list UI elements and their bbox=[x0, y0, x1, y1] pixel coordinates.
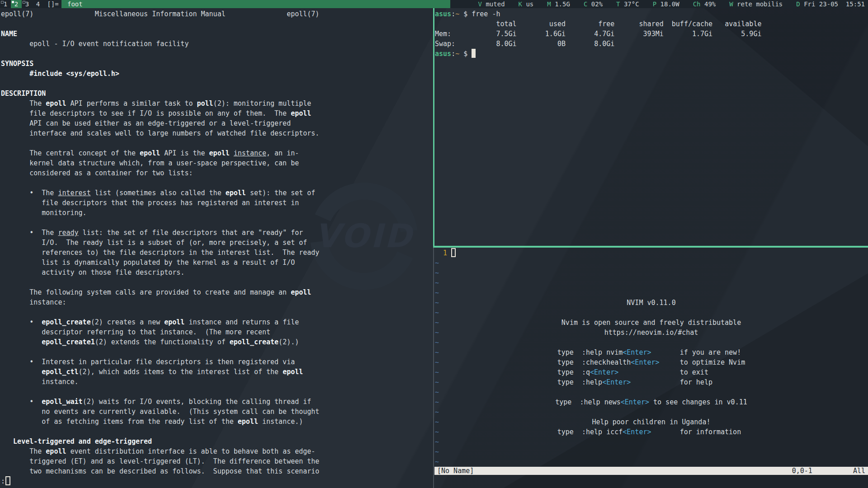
man-line: list is dynamically populated by the ker… bbox=[1, 258, 433, 267]
man-line bbox=[1, 138, 433, 148]
window-title-text: foot bbox=[67, 0, 83, 8]
text-segment: instance and returns a file bbox=[184, 318, 299, 326]
man-line bbox=[1, 178, 433, 188]
text-segment: type :help iccf bbox=[557, 428, 623, 436]
text-segment: epoll_create1 bbox=[42, 338, 94, 346]
tag-client-indicator bbox=[23, 1, 25, 4]
nvim-empty-line: ~ bbox=[435, 328, 439, 338]
status-value: 18.0W bbox=[656, 0, 679, 8]
status-value: us bbox=[522, 0, 533, 8]
nvim-intro-line: type :help iccf<Enter> for information bbox=[557, 427, 745, 437]
text-segment: : bbox=[451, 10, 455, 18]
man-content: epoll(7) Miscellaneous Information Manua… bbox=[1, 9, 433, 476]
text-segment: • Interest in particular file descriptor… bbox=[1, 358, 295, 366]
text-segment: Help poor children in Uganda! bbox=[592, 418, 711, 426]
shell-prompt-line: asus:~ $ free -h bbox=[435, 9, 867, 19]
status-key: W bbox=[729, 0, 733, 8]
status-key: D bbox=[796, 0, 800, 8]
text-segment: two mechanisms can be described as follo… bbox=[1, 467, 319, 475]
text-segment: <Enter> bbox=[623, 348, 651, 357]
text-segment: epoll bbox=[238, 418, 258, 426]
text-segment: The following system calls are provided … bbox=[1, 288, 291, 296]
status-key: P bbox=[653, 0, 656, 8]
nvim-empty-line: ~ bbox=[435, 457, 439, 467]
workspace-tag-2[interactable]: 2 bbox=[11, 0, 22, 8]
text-segment: Level-triggered and edge-triggered bbox=[13, 437, 152, 446]
nvim-intro-line: NVIM v0.11.0 bbox=[627, 298, 675, 308]
nvim-tilde: ~ bbox=[435, 368, 439, 376]
text-segment: file descriptors that the process has re… bbox=[1, 199, 299, 207]
pager-prompt-line[interactable]: : bbox=[1, 476, 10, 486]
nvim-empty-line: ~ bbox=[435, 338, 439, 347]
status-item-v: V muted bbox=[478, 0, 505, 8]
text-segment: API performs a similar task to bbox=[66, 99, 197, 108]
text-segment: epoll bbox=[209, 149, 230, 157]
text-segment: kernel data structure which, from a user… bbox=[1, 159, 299, 167]
text-segment: • The bbox=[1, 189, 58, 197]
man-line: epoll_create1(2) extends the functionali… bbox=[1, 337, 433, 347]
text-segment: <Enter> bbox=[621, 398, 649, 406]
text-segment: type :help news bbox=[555, 398, 621, 406]
man-line: instance: bbox=[1, 297, 433, 307]
text-segment: activity on those file descriptors. bbox=[1, 268, 184, 277]
text-segment: • bbox=[1, 398, 42, 406]
text-segment: asus bbox=[435, 10, 451, 18]
status-value: muted bbox=[482, 0, 505, 8]
status-item-p: P 18.0W bbox=[653, 0, 679, 8]
vertical-split-border[interactable] bbox=[433, 8, 434, 246]
nvim-filename: [No Name] bbox=[437, 467, 474, 475]
nvim-tilde: ~ bbox=[435, 438, 439, 446]
man-line: • The ready list: the set of file descri… bbox=[1, 228, 433, 238]
text-segment: • bbox=[1, 318, 42, 326]
text-segment: instance. bbox=[1, 378, 79, 386]
free-data-row: Mem: 7.5Gi 1.6Gi 4.7Gi 393Mi 1.7Gi 5.9Gi bbox=[435, 29, 867, 39]
text-segment: , an in- bbox=[266, 149, 299, 157]
man-line: triggered (ET) and as level-triggered (L… bbox=[1, 456, 433, 466]
status-item-m: M 1.5G bbox=[547, 0, 570, 8]
text-segment: epoll bbox=[226, 189, 246, 197]
text-segment: total used free shared buff/cache availa… bbox=[435, 20, 761, 28]
status-modules: V mutedK usM 1.5GC 02%T 37°CP 18.0WCh 49… bbox=[452, 0, 868, 8]
tag-label: 1 bbox=[4, 0, 7, 8]
text-segment: list (sometimes also called the bbox=[91, 189, 226, 197]
free-data-row: Swap: 8.0Gi 0B 8.0Gi bbox=[435, 39, 867, 49]
text-segment: : bbox=[451, 50, 455, 58]
text-segment: epoll_wait bbox=[42, 398, 82, 406]
workspace-tag-4[interactable]: 4 bbox=[33, 0, 43, 8]
text-segment: of as fetching items from the ready list… bbox=[1, 418, 238, 426]
text-segment: epoll_create bbox=[230, 338, 278, 346]
man-line: The epoll event distribution interface i… bbox=[1, 446, 433, 456]
man-page-pane[interactable]: epoll(7) Miscellaneous Information Manua… bbox=[1, 9, 433, 476]
text-segment: epoll bbox=[283, 368, 303, 376]
terminal-content: asus:~ $ free -h total used free shared … bbox=[435, 9, 867, 59]
text-segment: interface and scales well to large numbe… bbox=[1, 129, 319, 137]
text-segment: monitoring. bbox=[1, 209, 87, 217]
status-value: Fri 23-05 15:51 bbox=[800, 0, 865, 8]
tag-client-indicator bbox=[12, 1, 14, 3]
text-segment: I/O. The ready list is a subset of (or, … bbox=[1, 239, 307, 247]
nvim-empty-line: ~ bbox=[435, 407, 439, 417]
workspace-tag-3[interactable]: 3 bbox=[22, 0, 33, 8]
nvim-cursor bbox=[451, 248, 456, 257]
man-line: The following system calls are provided … bbox=[1, 287, 433, 297]
nvim-tilde: ~ bbox=[435, 448, 439, 456]
vertical-split-border-inactive[interactable] bbox=[433, 248, 434, 488]
text-segment bbox=[1, 368, 42, 376]
text-segment: <Enter> bbox=[623, 428, 651, 436]
nvim-tilde: ~ bbox=[435, 378, 439, 386]
nvim-tilde: ~ bbox=[435, 259, 439, 267]
layout-indicator[interactable]: []= bbox=[45, 0, 61, 8]
man-line: interface and scales well to large numbe… bbox=[1, 128, 433, 138]
workspace-tag-1[interactable]: 1 bbox=[0, 0, 11, 8]
terminal-pane[interactable]: asus:~ $ free -h total used free shared … bbox=[435, 9, 867, 59]
text-segment: considered as a container for two lists: bbox=[1, 169, 193, 177]
text-segment: if you are new! bbox=[651, 348, 745, 357]
nvim-tilde: ~ bbox=[435, 348, 439, 357]
nvim-pane[interactable]: 1 ~~~~~~~~~~~~~~~~~~~~~ NVIM v0.11.0Nvim… bbox=[434, 248, 868, 488]
desktop: VOID 1234 []= foot V mutedK usM 1.5GC 02… bbox=[0, 0, 868, 488]
nvim-empty-line: ~ bbox=[435, 437, 439, 447]
text-segment: The bbox=[1, 447, 46, 455]
horizontal-split-border[interactable] bbox=[433, 246, 868, 248]
status-value: 49% bbox=[701, 0, 716, 8]
man-line: file descriptors to see if I/O is possib… bbox=[1, 108, 433, 118]
